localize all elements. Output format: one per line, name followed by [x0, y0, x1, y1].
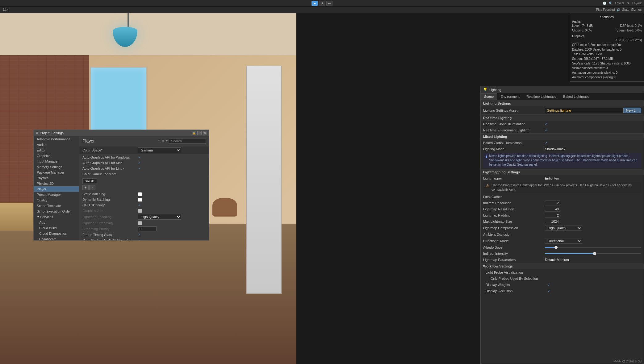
- lightmap-streaming-check[interactable]: [138, 221, 142, 225]
- sidebar-package-manager[interactable]: Package Manager: [34, 170, 79, 175]
- indirect-res-row: Indirect Resolution: [481, 200, 644, 206]
- lightmap-params-label: Lightmap Parameters: [483, 258, 545, 262]
- lighting-mode-row: Lighting Mode Shadowmask: [481, 146, 644, 152]
- color-space-select[interactable]: Gamma Linear: [138, 147, 181, 153]
- sidebar-adaptive-performance[interactable]: Adaptive Performance: [34, 136, 79, 142]
- sidebar-cloud-build[interactable]: Cloud Build: [34, 225, 79, 231]
- sidebar-physics-2d[interactable]: Physics 2D: [34, 181, 79, 186]
- lightmap-res-input[interactable]: [545, 207, 560, 212]
- indirect-intensity-thumb[interactable]: [593, 252, 596, 255]
- graphics-jobs-row: Graphics Jobs: [79, 208, 209, 213]
- color-space-row: Color Space* Gamma Linear: [79, 147, 209, 154]
- audio-clip-row: Clipping: 0.0% Stream load: 0.0%: [572, 28, 642, 33]
- graphics-jobs-check[interactable]: [138, 209, 142, 213]
- layers-dropdown-icon[interactable]: ▼: [627, 2, 630, 5]
- ps-search-input[interactable]: [169, 138, 206, 144]
- fps-row: 108.9 FPS (9.2ms): [572, 38, 642, 43]
- gpu-skinning-row: GPU Skinning* ✓: [79, 202, 209, 208]
- ps-lock-btn[interactable]: 🔒: [192, 131, 196, 135]
- play-bar-right: Play Focused 🔊 Stats Gizmos: [596, 8, 642, 11]
- directional-mode-label: Directional Mode: [483, 239, 545, 243]
- sidebar-script-execution[interactable]: Script Execution Order: [34, 209, 79, 214]
- tab-environment[interactable]: Environment: [497, 93, 523, 100]
- tris-row: Tris: 1.3M Verts: 1.2M: [572, 52, 642, 56]
- gizmos-btn[interactable]: Gizmos: [631, 8, 642, 11]
- sidebar-quality[interactable]: Quality: [34, 197, 79, 203]
- sidebar-audio[interactable]: Audio: [34, 142, 79, 147]
- lightmap-res-label: Lightmap Resolution: [483, 207, 545, 211]
- lightmapper-value: Enlighten: [545, 176, 641, 180]
- pause-button[interactable]: ⏸: [319, 1, 325, 6]
- only-probes-row: Only Probes Used By Selection: [481, 275, 644, 282]
- streaming-priority-input[interactable]: [138, 226, 157, 231]
- auto-graphics-linux-row: Auto Graphics API for Linux ✓: [79, 166, 209, 171]
- zoom-level: 1.1x: [2, 8, 8, 11]
- gear-icon: ⚙: [36, 131, 39, 135]
- sidebar-cloud-diagnostics[interactable]: Cloud Diagnostics: [34, 231, 79, 236]
- add-gamut-btn[interactable]: +: [82, 185, 89, 190]
- static-batching-check[interactable]: [138, 192, 142, 196]
- indirect-res-input[interactable]: [545, 201, 560, 205]
- ps-more-btn[interactable]: ⋯: [197, 131, 202, 135]
- lightmap-compress-select[interactable]: High Quality: [545, 225, 582, 231]
- light-probe-label: Light Probe Visualization: [486, 271, 547, 274]
- sidebar-physics[interactable]: Physics: [34, 175, 79, 181]
- lightmapping-header[interactable]: Lightmapping Settings: [481, 169, 644, 175]
- albedo-boost-thumb[interactable]: [554, 246, 558, 249]
- sidebar-memory-settings[interactable]: Memory Settings: [34, 164, 79, 170]
- dynamic-batching-label: Dynamic Batching: [82, 198, 138, 201]
- tab-baked-lightmaps[interactable]: Baked Lightmaps: [560, 93, 593, 100]
- credit-text: CSDN @仿佛若有光i: [613, 359, 642, 363]
- tab-scene[interactable]: Scene: [481, 93, 497, 100]
- sidebar-input-manager[interactable]: Input Manager: [34, 159, 79, 164]
- sidebar-ads[interactable]: Ads: [34, 220, 79, 225]
- directional-mode-select[interactable]: Directional: [545, 238, 582, 244]
- audio-dsp: DSP load: 0.1%: [620, 23, 642, 28]
- new-lighting-btn[interactable]: New L...: [623, 108, 641, 113]
- skinned-row: Visible skinned meshes: 0: [572, 66, 642, 70]
- sidebar-player[interactable]: Player: [34, 186, 79, 192]
- step-button[interactable]: ⏭: [326, 1, 332, 6]
- workflow-header[interactable]: Workflow Settings: [481, 263, 644, 269]
- env-label: Realtime Environment Lighting: [483, 128, 545, 132]
- tab-realtime-lightmaps[interactable]: Realtime Lightmaps: [523, 93, 560, 100]
- auto-gfx-mac-label: Auto Graphics API for Mac: [82, 161, 138, 165]
- static-batching-row: Static Batching: [79, 191, 209, 197]
- ps-close-btn[interactable]: ✕: [203, 131, 207, 135]
- indirect-intensity-slider-container: [545, 253, 641, 254]
- gi-label: Realtime Global Illumination: [483, 122, 545, 126]
- lightmap-compress-row: Lightmap Compression High Quality: [481, 225, 644, 231]
- lighting-panel-header: 💡 Lighting: [481, 86, 644, 93]
- mixed-lighting-header[interactable]: Mixed Lighting: [481, 134, 644, 140]
- opengl-profiler-row: OpenGL: Profiler GPU Recorders ✓: [79, 238, 209, 240]
- lighting-panel: 💡 Lighting Scene Environment Realtime Li…: [480, 86, 644, 364]
- play-focused-btn[interactable]: Play Focused: [596, 8, 615, 11]
- sidebar-collaborate[interactable]: Collaborate: [34, 236, 79, 240]
- lightmap-params-value: Default-Medium: [545, 258, 641, 262]
- play-button[interactable]: ▶: [312, 1, 318, 6]
- graphics-jobs-label: Graphics Jobs: [82, 209, 138, 213]
- sidebar-services[interactable]: ▼ Services: [34, 214, 79, 220]
- ps-section-title: Player: [82, 139, 95, 143]
- settings-icon: ⚙: [161, 139, 165, 143]
- sidebar-scene-template[interactable]: Scene Template: [34, 203, 79, 209]
- max-lightmap-input[interactable]: [545, 219, 560, 224]
- display-occlusion-row: Display Occlusion ✓: [481, 288, 644, 294]
- ps-titlebar: ⚙ Project Settings 🔒 ⋯ ✕: [34, 130, 209, 136]
- sidebar-preset-manager[interactable]: Preset Manager: [34, 192, 79, 197]
- stats-title: Statistics: [572, 15, 642, 19]
- indirect-intensity-fill: [545, 253, 593, 254]
- lightmap-encoding-select[interactable]: High Quality: [138, 214, 181, 220]
- dynamic-batching-check[interactable]: [138, 198, 142, 202]
- stats-btn[interactable]: Stats: [622, 8, 629, 11]
- lightmap-params-row: Lightmap Parameters Default-Medium: [481, 257, 644, 263]
- lighting-settings-header[interactable]: Lighting Settings: [481, 100, 644, 106]
- remove-gamut-btn[interactable]: -: [89, 185, 95, 190]
- sidebar-editor[interactable]: Editor: [34, 147, 79, 153]
- lightmap-pad-input[interactable]: [545, 213, 560, 218]
- realtime-lighting-header[interactable]: Realtime Lighting: [481, 115, 644, 121]
- layers-label[interactable]: Layers: [615, 2, 624, 5]
- layout-label[interactable]: Layout: [632, 2, 642, 5]
- sidebar-graphics[interactable]: Graphics: [34, 153, 79, 159]
- fps-value: 108.9 FPS (9.2ms): [616, 38, 642, 43]
